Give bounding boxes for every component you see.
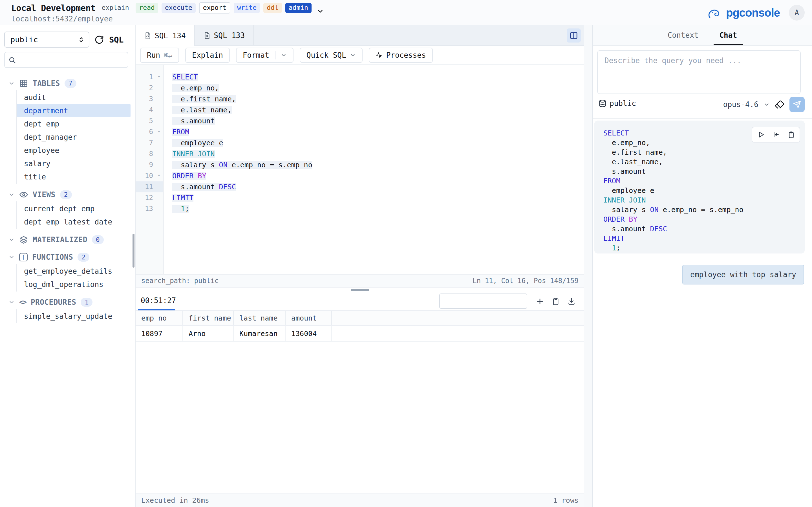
- chevron-down-icon[interactable]: [8, 80, 15, 87]
- fold-toggle-icon[interactable]: ▾: [158, 71, 160, 82]
- tab-context[interactable]: Context: [665, 25, 701, 45]
- refresh-icon[interactable]: [94, 35, 104, 45]
- editor-code-line-4[interactable]: e.last_name,: [172, 105, 584, 115]
- line-number-8[interactable]: 8: [136, 149, 163, 159]
- table-row[interactable]: 10897ArnoKumaresan136004: [136, 326, 584, 342]
- editor-code-line-3[interactable]: e.first_name,: [172, 94, 584, 105]
- line-number-11[interactable]: 11: [136, 181, 163, 192]
- tree-item-title[interactable]: title: [17, 170, 131, 183]
- query-description-input[interactable]: [597, 50, 801, 94]
- line-number-9[interactable]: 9: [136, 159, 163, 170]
- clear-chat-button[interactable]: [775, 100, 784, 109]
- copy-results-button[interactable]: [550, 295, 562, 307]
- fold-toggle-icon[interactable]: ▾: [158, 170, 160, 181]
- section-header-materialized[interactable]: MATERIALIZED0: [0, 233, 133, 246]
- tree-item-get_employee_details[interactable]: get_employee_details: [17, 265, 131, 278]
- line-number-2[interactable]: 2: [136, 82, 163, 94]
- tree-item-simple_salary_update[interactable]: simple_salary_update: [17, 309, 131, 323]
- sql-mode-label[interactable]: SQL: [109, 35, 123, 45]
- splitter-handle[interactable]: [351, 289, 369, 291]
- editor-code-line-8[interactable]: INNER JOIN: [172, 149, 584, 159]
- copy-sql-button[interactable]: [788, 131, 795, 138]
- processes-button[interactable]: Processes: [369, 48, 433, 63]
- sidebar-scrollbar[interactable]: [133, 234, 135, 268]
- chevron-down-icon[interactable]: [8, 237, 15, 243]
- tree-section-functions: ƒFUNCTIONS2get_employee_detailslog_dml_o…: [0, 250, 133, 291]
- chevron-down-icon[interactable]: [8, 299, 15, 305]
- line-number-12[interactable]: 12: [136, 192, 163, 203]
- clipboard-icon: [788, 131, 795, 138]
- tree-item-current_dept_emp[interactable]: current_dept_emp: [17, 202, 131, 215]
- tree-item-employee[interactable]: employee: [17, 144, 131, 157]
- editor-code-line-9[interactable]: salary s ON e.emp_no = s.emp_no: [172, 159, 584, 170]
- cell-amount[interactable]: 136004: [286, 326, 332, 341]
- column-header-amount[interactable]: amount: [286, 311, 332, 325]
- quick-sql-button[interactable]: Quick SQL: [300, 48, 363, 63]
- editor-code-line-10[interactable]: ORDER BY: [172, 170, 584, 181]
- editor-tab-sql-134[interactable]: SQL 134: [136, 25, 195, 46]
- editor-code[interactable]: SELECT e.emp_no, e.first_name, e.last_na…: [164, 65, 584, 274]
- editor-tab-sql-133[interactable]: SQL 133: [195, 25, 254, 46]
- add-row-button[interactable]: [534, 295, 546, 307]
- tab-chat[interactable]: Chat: [717, 25, 739, 45]
- line-number-10[interactable]: 10▾: [136, 170, 163, 181]
- cell-emp_no[interactable]: 10897: [136, 326, 183, 341]
- column-header-emp_no[interactable]: emp_no: [136, 311, 183, 325]
- run-generated-sql-button[interactable]: [757, 131, 765, 138]
- tree-item-dept_emp[interactable]: dept_emp: [17, 117, 131, 130]
- tree-item-audit[interactable]: audit: [17, 91, 131, 104]
- tree-item-department[interactable]: department: [17, 104, 131, 117]
- line-number-7[interactable]: 7: [136, 137, 163, 149]
- line-number-6[interactable]: 6▾: [136, 126, 163, 137]
- editor-code-line-12[interactable]: LIMIT: [172, 192, 584, 203]
- section-header-procedures[interactable]: <>PROCEDURES1: [0, 295, 133, 309]
- line-number-13[interactable]: 13: [136, 203, 163, 214]
- sql-editor[interactable]: 1▾23456▾78910▾111213 SELECT e.emp_no, e.…: [136, 65, 584, 274]
- line-number-3[interactable]: 3: [136, 94, 163, 105]
- format-button[interactable]: Format: [236, 48, 294, 63]
- context-schema: public: [598, 99, 636, 108]
- result-tab-timer[interactable]: 00:51:27: [141, 296, 176, 305]
- tree-item-log_dml_operations[interactable]: log_dml_operations: [17, 278, 131, 291]
- schema-select[interactable]: public: [4, 32, 89, 48]
- tree-item-salary[interactable]: salary: [17, 157, 131, 170]
- model-select[interactable]: opus-4.6: [723, 100, 758, 109]
- editor-code-line-5[interactable]: s.amount: [172, 115, 584, 126]
- editor-code-line-1[interactable]: SELECT: [172, 71, 584, 82]
- editor-code-line-11[interactable]: s.amount DESC: [172, 181, 584, 192]
- code-token: SELECT: [172, 73, 198, 81]
- tree-item-dept_manager[interactable]: dept_manager: [17, 130, 131, 144]
- tree-item-dept_emp_latest_date[interactable]: dept_emp_latest_date: [17, 215, 131, 228]
- line-number-4[interactable]: 4: [136, 105, 163, 115]
- editor-code-line-7[interactable]: employee e: [172, 137, 584, 149]
- explain-button[interactable]: Explain: [185, 48, 230, 63]
- sidebar-search-input[interactable]: [19, 56, 124, 64]
- fold-toggle-icon[interactable]: ▾: [158, 126, 160, 137]
- editor-code-line-6[interactable]: FROM: [172, 126, 584, 137]
- send-button[interactable]: [790, 97, 805, 112]
- model-chevron-down-icon[interactable]: [763, 101, 770, 108]
- column-header-last_name[interactable]: last_name: [234, 311, 286, 325]
- connection-chevron-down-icon[interactable]: [317, 8, 324, 15]
- results-search[interactable]: [439, 293, 527, 309]
- results-filter-input[interactable]: [446, 297, 532, 305]
- cell-last_name[interactable]: Kumaresan: [234, 326, 286, 341]
- section-header-functions[interactable]: ƒFUNCTIONS2: [0, 250, 133, 264]
- sidebar-search[interactable]: [4, 52, 128, 68]
- download-results-button[interactable]: [565, 295, 578, 307]
- cell-first_name[interactable]: Arno: [183, 326, 234, 341]
- line-number-1[interactable]: 1▾: [136, 71, 163, 82]
- toggle-side-panel-button[interactable]: [567, 29, 581, 43]
- user-avatar[interactable]: A: [789, 5, 805, 20]
- chevron-down-icon[interactable]: [8, 254, 15, 260]
- editor-code-line-13[interactable]: 1;: [172, 203, 584, 214]
- section-header-views[interactable]: VIEWS2: [0, 188, 133, 202]
- section-header-tables[interactable]: TABLES7: [0, 76, 133, 90]
- column-header-first_name[interactable]: first_name: [183, 311, 234, 325]
- editor-code-line-2[interactable]: e.emp_no,: [172, 82, 584, 94]
- line-number-5[interactable]: 5: [136, 115, 163, 126]
- run-button[interactable]: Run ⌘↵: [140, 48, 179, 63]
- insert-sql-button[interactable]: [772, 131, 780, 138]
- editor-results-splitter[interactable]: [136, 288, 584, 292]
- chevron-down-icon[interactable]: [8, 191, 15, 198]
